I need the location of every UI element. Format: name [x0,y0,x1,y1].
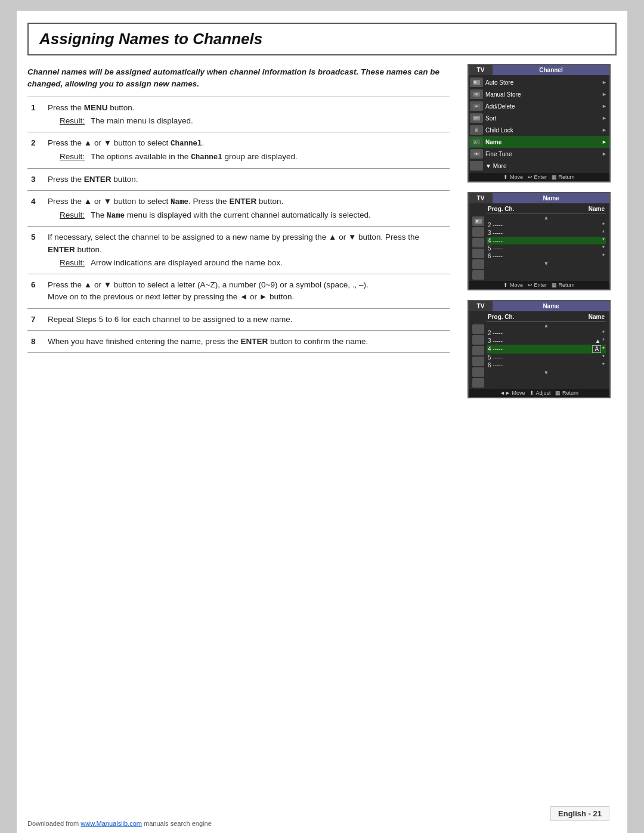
tv-screen-2-table: Prog. Ch. Name ▲ 2 ----- * 3 ----- * [487,205,606,280]
tv-arrow-up-3: ▲ [487,322,606,329]
page-number-text: English - 21 [558,809,602,818]
tv-menu-arrow-autostore: ► [602,79,607,85]
tv-icon-row-6 [472,270,484,280]
tv-arrow-down-2: ▼ [487,260,606,267]
step-number-8: 8 [27,330,44,352]
tv-menu-arrow-name: ► [602,139,607,145]
tv-footer-enter-2: ↩ Enter [528,282,547,288]
tv-header-right-2: Name [493,193,609,203]
tv-col-name-3: Name [566,314,605,320]
steps-table: 1 Press the MENU button. Result: The mai… [27,97,450,354]
tv-menu-arrow-sort: ► [602,115,607,121]
table-row: 3 Press the ENTER button. [27,168,450,190]
tv-prog-row-3-2: 3 ----- ▲ * [487,337,606,345]
step-8-text: When you have finished entering the name… [48,337,368,346]
tv-menu-arrow-manualstore: ► [602,91,607,97]
tv-prog-row-3-5: 6 ----- * [487,361,606,369]
tv-header-left-2: TV [469,193,493,203]
tv-menu-row-manualstore: Manual Store ► [469,88,609,100]
step-content-5: If necessary, select the channel to be a… [44,227,450,274]
tv-icon-row-1 [472,216,484,226]
tv-footer-3: ◄► Move ⬆ Adjust ▦ Return [469,389,609,397]
tv-prog-row-2-4: 5 ----- * [487,244,606,252]
tv-footer-enter-1: ↩ Enter [528,174,547,180]
tv-menu-arrow-adddelete: ► [602,103,607,109]
tv-menu-text-manualstore: Manual Store [485,91,602,98]
table-row: 1 Press the MENU button. Result: The mai… [27,97,450,132]
manualslib-link[interactable]: www.Manualslib.com [80,820,142,827]
tv-prog-header-3: Prog. Ch. Name [487,312,606,322]
step-1-result: Result: The main menu is displayed. [48,115,446,127]
tv-menu-icon-autostore [470,78,483,87]
tv-s3-icon-5 [472,367,484,377]
step-content-1: Press the MENU button. Result: The main … [44,97,450,132]
svg-rect-6 [473,116,480,120]
tv-menu-text-finetune: Fine Tune [485,151,602,157]
tv-screen-1-header: TV Channel [469,65,609,75]
tv-menu-text-more: ▼ More [485,163,607,169]
step-1-bold: MENU [84,103,108,112]
step-content-8: When you have finished entering the name… [44,330,450,352]
step-3-text: Press the ENTER button. [48,175,138,184]
tv-col-prog-2: Prog. Ch. [488,206,566,212]
table-row: 6 Press the ▲ or ▼ button to select a le… [27,274,450,309]
footer-suffix: manuals search engine [144,820,212,827]
tv-menu-icon-finetune [470,149,483,159]
download-footer: Downloaded from www.Manualslib.com manua… [27,820,212,827]
tv-header-right-3: Name [493,301,609,311]
result-label-1: Result: [48,115,85,127]
tv-menu-text-name: Name [485,139,602,145]
tv-menu-row-adddelete: Add/Delete ► [469,100,609,112]
top-margin-bar [0,0,644,11]
tv-menu-row-name: A Name ► [469,136,609,148]
tv-s3-icon-1 [472,324,484,334]
tv-screen-3-icons [472,324,484,388]
tv-footer-move-2: ⬆ Move [503,282,523,288]
tv-prog-row-3-4: 5 ----- * [487,354,606,361]
tv-footer-return-2: ▦ Return [552,282,575,288]
tv-arrow-up-2: ▲ [487,214,606,221]
step-number-1: 1 [27,97,44,132]
step-number-2: 2 [27,132,44,169]
result-text-4: The Name menu is displayed with the curr… [91,209,371,222]
main-content: Assigning Names to Channels Channel name… [17,11,627,833]
tv-menu-icon-childlock [470,125,483,135]
tv-s3-icon-2 [472,335,484,345]
step-number-5: 5 [27,227,44,274]
tv-icon-row-2 [472,227,484,237]
result-text-5: Arrow indications are displayed around t… [91,257,283,269]
tv-footer-move-3: ◄► Move [500,390,525,396]
step-7-text: Repeat Steps 5 to 6 for each channel to … [48,315,293,324]
step-1-text: Press the MENU button. [48,103,135,112]
tv-prog-row-3-1: 2 ----- * [487,329,606,337]
svg-rect-17 [473,163,480,168]
tv-col-prog-3: Prog. Ch. [488,314,566,320]
right-column: TV Channel Auto Store ► [462,55,617,408]
right-margin-bar [627,0,644,833]
table-row: 4 Press the ▲ or ▼ button to select Name… [27,190,450,227]
tv-screen-3-body: Prog. Ch. Name ▲ 2 ----- * 3 ----- ▲ * [469,311,609,389]
step-number-7: 7 [27,308,44,330]
tv-prog-row-2-1: 2 ----- * [487,221,606,229]
table-row: 8 When you have finished entering the na… [27,330,450,352]
tv-screen-2-icons [472,216,484,280]
download-text: Downloaded from [27,820,79,827]
tv-screen-2-layout: Prog. Ch. Name ▲ 2 ----- * 3 ----- * [472,205,606,280]
tv-menu-row-finetune: Fine Tune ► [469,148,609,160]
tv-menu-text-childlock: Child Lock [485,127,602,134]
svg-rect-1 [474,81,476,83]
step-2-result: Result: The options available in the Cha… [48,151,446,163]
tv-menu-text-adddelete: Add/Delete [485,103,602,110]
tv-screen-3-table: Prog. Ch. Name ▲ 2 ----- * 3 ----- ▲ * [487,312,606,388]
tv-prog-row-2-2: 3 ----- * [487,229,606,237]
tv-footer-return-3: ▦ Return [555,390,578,396]
step-number-4: 4 [27,190,44,227]
svg-text:A: A [474,141,476,144]
tv-screen-3-layout: Prog. Ch. Name ▲ 2 ----- * 3 ----- ▲ * [472,312,606,388]
result-label-4: Result: [48,209,85,222]
tv-menu-row-childlock: Child Lock ► [469,124,609,136]
tv-header-left-1: TV [469,65,493,75]
result-label-5: Result: [48,257,85,269]
step-number-3: 3 [27,168,44,190]
tv-s3-icon-4 [472,357,484,366]
